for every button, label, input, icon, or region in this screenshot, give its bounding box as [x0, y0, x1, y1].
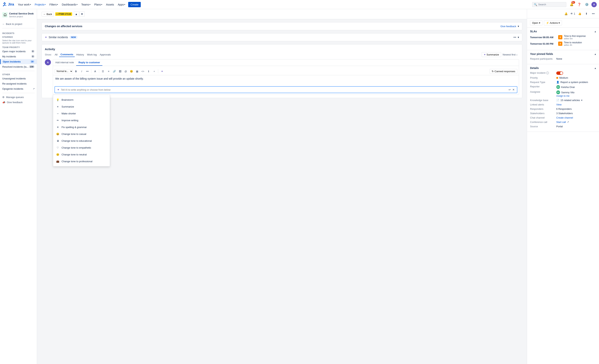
mention-button[interactable]: @ [123, 69, 128, 74]
ai-improve-writing-item[interactable]: ✏ Improve writing [53, 117, 110, 124]
briefcase-icon: 💼 [56, 160, 60, 163]
bell-icon[interactable]: 🔔 [563, 11, 569, 16]
similar-incidents-chevron-icon[interactable]: ▾ [518, 36, 519, 39]
educational-icon: 🖥 [56, 139, 60, 143]
apps-nav[interactable]: Apps [116, 2, 127, 7]
give-feedback-item[interactable]: 📣 Give feedback [0, 100, 37, 105]
sla-row-2: Tomorrow 01:00 PM II Time to resolution … [530, 41, 596, 46]
code-button[interactable]: <> [140, 69, 145, 74]
linked-alerts-label: Linked alerts [530, 103, 555, 106]
user-avatar[interactable]: A [591, 2, 597, 7]
teams-nav[interactable]: Teams [80, 2, 92, 7]
shorter-icon: ↔ [56, 112, 60, 115]
create-button[interactable]: Create [128, 2, 141, 7]
major-incident-toggle[interactable] [556, 71, 563, 75]
details-collapse-icon[interactable]: ▴ [595, 66, 596, 70]
projects-nav[interactable]: Projects [33, 2, 47, 7]
jira-logo[interactable]: Jira [2, 2, 14, 7]
ai-input-bar: ✦ ↩ ✕ [54, 86, 517, 93]
give-feedback-link[interactable]: Give feedback [501, 25, 516, 28]
ai-summarize-item[interactable]: ≡ Summarize [53, 103, 110, 110]
text-style-select[interactable]: Normal te... [54, 69, 73, 73]
link-button[interactable]: 🔗 [112, 69, 117, 74]
filters-nav[interactable]: Filters [48, 2, 60, 7]
settings-icon[interactable]: ⚙️ [584, 1, 590, 8]
similar-incidents-dots-icon[interactable]: ••• [513, 36, 516, 39]
start-call-link[interactable]: Start call [556, 121, 566, 124]
ai-tone-educational-item[interactable]: 🖥 Change tone to educational [53, 137, 110, 144]
info-button[interactable]: ℹ [146, 69, 151, 74]
prev-issue-arrow[interactable]: ▲ [74, 11, 79, 17]
request-type-row: Request Type 👤 Report a system problem [530, 81, 596, 84]
watch-icon[interactable]: 👁 1 [570, 11, 575, 16]
ai-make-shorter-item[interactable]: ↔ Make shorter [53, 110, 110, 117]
right-panel: 🔔 👁 1 👍 ⬆ ••• Open ▾ ⚡ Actions ▾ SLAs ▴ [527, 9, 599, 364]
kb-articles-link[interactable]: 15 related articles [560, 99, 580, 102]
notifications-icon[interactable]: 🔔9+ [569, 1, 575, 8]
canned-responses-button[interactable]: ↻ Canned responses [490, 69, 517, 74]
tab-worklog[interactable]: Work log [86, 53, 98, 57]
sidebar-item-my-incidents[interactable]: My incidents 0 [0, 54, 37, 59]
sla-row-1: Tomorrow 09:05 AM II Time to first respo… [530, 35, 596, 40]
search-input[interactable]: 🔍 Search [532, 2, 566, 7]
actions-button[interactable]: ⚡ Actions ▾ [544, 20, 562, 26]
more-options-icon[interactable]: ••• [591, 11, 596, 16]
pinned-collapse-icon[interactable]: ▴ [595, 53, 596, 55]
thumbs-up-icon[interactable]: 👍 [577, 11, 582, 16]
tab-approvals[interactable]: Approvals [98, 53, 112, 57]
reply-to-customer-tab[interactable]: Reply to customer [76, 60, 102, 66]
slas-collapse-icon[interactable]: ▴ [595, 30, 596, 33]
summarize-button[interactable]: ✦ Summarize [482, 52, 501, 57]
banner-chevron-icon[interactable]: ▾ [518, 25, 519, 28]
ai-text-input[interactable] [61, 88, 507, 91]
ai-sparkle-button[interactable]: ✦ [159, 69, 165, 74]
more-formatting-button[interactable]: ••• [85, 69, 90, 74]
tab-history[interactable]: History [75, 53, 86, 57]
ai-tone-neutral-item[interactable]: 😐 Change tone to neutral [53, 151, 110, 158]
text-color-button[interactable]: A [92, 69, 98, 74]
help-icon[interactable]: ❓ [576, 1, 582, 8]
ai-fix-spelling-item[interactable]: ✳ Fix spelling & grammar [53, 124, 110, 131]
italic-button[interactable]: I [79, 69, 84, 74]
numbered-list-button[interactable]: ≡ [106, 69, 111, 74]
ai-send-icon[interactable]: ↩ [509, 88, 511, 91]
sidebar-item-open-incidents[interactable]: Open incidents 18 [0, 59, 37, 64]
dashboards-nav[interactable]: Dashboards [60, 2, 79, 7]
tab-all[interactable]: All [53, 53, 59, 57]
back-to-project[interactable]: ← Back to project [0, 21, 37, 27]
ai-tone-empathetic-item[interactable]: ♡ Change tone to empathetic [53, 144, 110, 151]
sidebar-item-open-major[interactable]: Open major incidents 0 [0, 49, 37, 54]
your-work-nav[interactable]: Your work [16, 2, 33, 7]
ai-tone-professional-item[interactable]: 💼 Change tone to professional [53, 158, 110, 165]
sidebar-item-resolved-incidents[interactable]: Resolved incidents (la... 238 [0, 64, 37, 69]
create-channel-link[interactable]: Create channel [556, 116, 573, 119]
share-icon[interactable]: ⬆ [584, 11, 589, 16]
assets-nav[interactable]: Assets [105, 2, 115, 7]
sidebar-item-unassigned[interactable]: Unassigned incidents [0, 76, 37, 81]
editor-content[interactable]: We are aware of the billing system issue… [53, 75, 519, 85]
status-button[interactable]: Open ▾ [530, 20, 542, 26]
plans-nav[interactable]: Plans [93, 2, 104, 7]
ai-close-icon[interactable]: ✕ [512, 88, 515, 91]
ai-tone-casual-item[interactable]: 😄 Change tone to casual [53, 131, 110, 137]
back-button[interactable]: ← Back [42, 12, 54, 17]
table-button[interactable]: ▦ [134, 69, 140, 74]
linked-alerts-link[interactable]: View [556, 103, 562, 106]
ai-brainstorm-item[interactable]: 💡 Brainstorm [53, 96, 110, 103]
manage-queues-item[interactable]: ⚙ Manage queues [0, 95, 37, 100]
kb-chevron-icon[interactable]: ▾ [581, 99, 582, 102]
newest-first-button[interactable]: Newest first ↕ [501, 53, 519, 57]
add-internal-note-tab[interactable]: Add internal note [53, 60, 76, 66]
sidebar-item-opsgenie[interactable]: Opsgenie incidents ↗ [0, 86, 37, 91]
emoji-button[interactable]: 😊 [129, 69, 134, 74]
major-incident-info-icon[interactable]: i [546, 72, 549, 74]
sla2-desc-line1: Time to resolution [564, 41, 582, 44]
assign-to-me-link[interactable]: Assign to me [556, 95, 569, 97]
bold-button[interactable]: B [73, 69, 79, 74]
sidebar-item-reassigned[interactable]: Re-assigned incidents [0, 81, 37, 86]
image-button[interactable]: 🖼 [117, 69, 123, 74]
insert-more-button[interactable]: + [151, 69, 157, 74]
next-issue-arrow[interactable]: ▼ [79, 11, 85, 17]
bullet-list-button[interactable]: ☰ [100, 69, 106, 74]
tab-comments[interactable]: Comments [59, 52, 75, 57]
